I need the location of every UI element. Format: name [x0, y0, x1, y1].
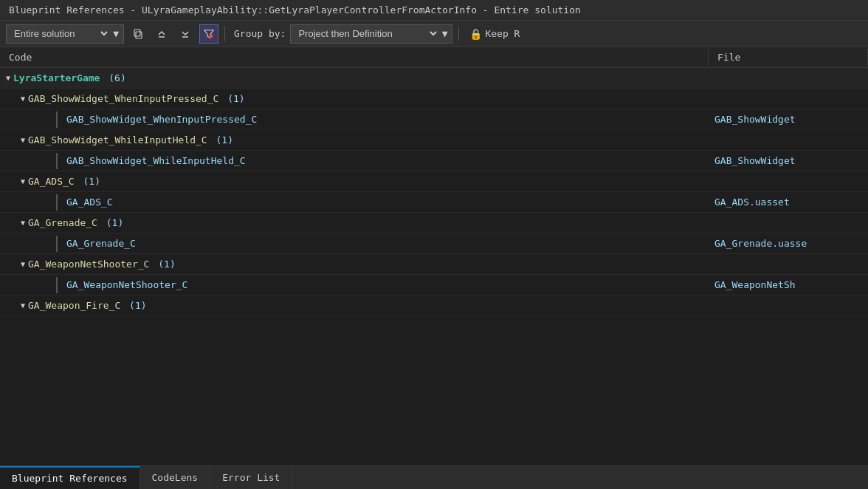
group-by-dropdown[interactable]: Project then DefinitionDefinition onlyPr…: [290, 24, 452, 44]
group-by-select[interactable]: Project then DefinitionDefinition onlyPr…: [295, 27, 438, 40]
group-by-label: Group by:: [234, 28, 286, 39]
scope-dropdown[interactable]: Entire solutionCurrent ProjectCurrent Do…: [6, 24, 124, 44]
expand-button[interactable]: [176, 24, 195, 44]
table-row[interactable]: GA_WeaponNetShooter_C GA_WeaponNetSh: [0, 275, 868, 295]
sub-group-name: GA_Grenade_C: [28, 217, 97, 228]
item-name: GAB_ShowWidget_WhileInputHeld_C: [66, 155, 246, 166]
copy-button[interactable]: [128, 24, 148, 44]
keep-r-area: 🔒 Keep R: [469, 28, 520, 40]
collapse-triangle-icon: ▼: [21, 301, 25, 310]
table-row[interactable]: ▼ LyraStarterGame (6): [0, 68, 868, 89]
count-badge: (1): [78, 176, 100, 187]
count-badge: (1): [123, 300, 146, 311]
row-file: GAB_ShowWidget: [709, 114, 868, 125]
table-row[interactable]: ▼ GAB_ShowWidget_WhenInputPressed_C (1): [0, 89, 868, 109]
scope-select[interactable]: Entire solutionCurrent ProjectCurrent Do…: [11, 27, 110, 40]
count-badge: (1): [100, 217, 123, 228]
collapse-triangle-icon: ▼: [21, 260, 25, 268]
keep-r-label: Keep R: [485, 28, 520, 39]
table-row[interactable]: ▼ GA_WeaponNetShooter_C (1): [0, 254, 868, 275]
collapse-triangle-icon: ▼: [21, 177, 25, 185]
count-badge: (1): [210, 134, 233, 146]
tab-codelens[interactable]: CodeLens: [140, 466, 211, 489]
row-file: GAB_ShowWidget: [709, 155, 868, 166]
indent-bar: [56, 194, 58, 211]
col-header-file: File: [709, 49, 868, 66]
collapse-triangle-icon: ▼: [21, 136, 25, 144]
table-row[interactable]: ▼ GA_Grenade_C (1): [0, 213, 868, 233]
collapse-triangle-icon: ▼: [6, 74, 10, 82]
table-row[interactable]: ▼ GA_ADS_C (1): [0, 171, 868, 192]
table-row[interactable]: ▼ GA_Weapon_Fire_C (1): [0, 295, 868, 316]
row-file: GA_ADS.uasset: [709, 196, 868, 208]
sub-group-name: GA_WeaponNetShooter_C: [28, 259, 149, 270]
item-name: GAB_ShowWidget_WhenInputPressed_C: [66, 114, 257, 125]
item-name: GA_Grenade_C: [66, 238, 136, 249]
column-headers: Code File: [0, 47, 868, 68]
filter-icon: [204, 28, 214, 40]
tab-bar: Blueprint References CodeLens Error List: [0, 465, 868, 489]
table-row[interactable]: GA_Grenade_C GA_Grenade.uasse: [0, 233, 868, 254]
copy-icon: [132, 28, 144, 40]
row-file: GA_WeaponNetSh: [709, 279, 868, 290]
table-row[interactable]: GAB_ShowWidget_WhileInputHeld_C GAB_Show…: [0, 151, 868, 171]
lock-icon: 🔒: [469, 28, 482, 40]
indent-bar: [56, 153, 58, 169]
toolbar-separator-2: [458, 27, 459, 41]
sub-group-name: GA_Weapon_Fire_C: [28, 300, 120, 311]
title-bar: Blueprint References - ULyraGameplayAbil…: [0, 0, 868, 21]
item-name: GA_ADS_C: [66, 196, 113, 208]
collapse-triangle-icon: ▼: [21, 219, 25, 227]
item-name: GA_WeaponNetShooter_C: [66, 279, 187, 290]
collapse-button[interactable]: [152, 24, 171, 44]
table-row[interactable]: GAB_ShowWidget_WhenInputPressed_C GAB_Sh…: [0, 109, 868, 130]
sub-group-name: GA_ADS_C: [28, 176, 75, 187]
collapse-triangle-icon: ▼: [21, 95, 25, 103]
tab-label: Blueprint References: [12, 473, 128, 484]
sub-group-name: GAB_ShowWidget_WhenInputPressed_C: [28, 93, 218, 104]
title-text: Blueprint References - ULyraGameplayAbil…: [9, 4, 581, 16]
sub-group-name: GAB_ShowWidget_WhileInputHeld_C: [28, 134, 207, 146]
tab-blueprint-references[interactable]: Blueprint References: [0, 466, 140, 489]
toolbar: Entire solutionCurrent ProjectCurrent Do…: [0, 21, 868, 47]
count-badge: (1): [221, 93, 244, 104]
indent-bar: [56, 277, 58, 293]
group-by-chevron-icon: ▼: [442, 28, 448, 39]
toolbar-separator: [224, 27, 225, 41]
main-content[interactable]: ▼ LyraStarterGame (6) ▼ GAB_ShowWidget_W…: [0, 68, 868, 459]
svg-rect-1: [134, 30, 140, 36]
table-row[interactable]: GA_ADS_C GA_ADS.uasset: [0, 192, 868, 213]
table-row[interactable]: ▼ GAB_ShowWidget_WhileInputHeld_C (1): [0, 130, 868, 151]
indent-bar: [56, 236, 58, 252]
count-badge: (1): [152, 259, 175, 270]
tab-error-list[interactable]: Error List: [210, 466, 292, 489]
col-header-code: Code: [0, 49, 709, 66]
collapse-icon: [156, 28, 168, 40]
count-badge: (6): [103, 72, 125, 83]
svg-point-5: [209, 34, 213, 38]
filter-button[interactable]: [199, 24, 218, 44]
scope-chevron-icon: ▼: [113, 28, 119, 39]
tab-label: Error List: [222, 472, 280, 483]
group-name: LyraStarterGame: [13, 72, 100, 83]
indent-bar: [56, 112, 58, 128]
expand-icon: [179, 28, 191, 40]
tab-label: CodeLens: [152, 472, 199, 483]
svg-rect-0: [136, 32, 142, 38]
row-file: GA_Grenade.uasse: [709, 238, 868, 249]
